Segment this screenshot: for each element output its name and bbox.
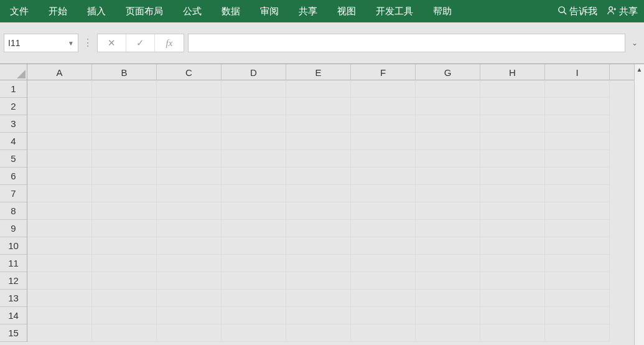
row-header[interactable]: 7 <box>0 185 27 202</box>
row-header[interactable]: 8 <box>0 202 27 220</box>
tell-me-search[interactable]: 告诉我 <box>554 0 601 22</box>
search-icon <box>558 6 567 17</box>
ribbon-tab-dev[interactable]: 开发工具 <box>366 0 423 22</box>
column-header[interactable]: C <box>157 64 222 80</box>
ribbon-tab-formula[interactable]: 公式 <box>173 0 212 22</box>
cell-grid[interactable] <box>27 80 634 345</box>
row-header[interactable]: 13 <box>0 290 27 307</box>
column-header[interactable]: B <box>92 64 157 80</box>
column-header[interactable]: H <box>480 64 545 80</box>
name-box[interactable]: I11 ▼ <box>4 34 78 52</box>
select-all-triangle-icon <box>16 69 27 80</box>
row-header[interactable]: 15 <box>0 324 27 342</box>
tell-me-label: 告诉我 <box>569 6 597 17</box>
ribbon-tab-insert[interactable]: 插入 <box>77 0 116 22</box>
column-header[interactable]: A <box>27 64 92 80</box>
ribbon: 文件 开始 插入 页面布局 公式 数据 审阅 共享 视图 开发工具 帮助 告诉我… <box>0 0 644 22</box>
row-header[interactable]: 11 <box>0 255 27 272</box>
name-box-value: I11 <box>8 38 20 48</box>
svg-marker-5 <box>17 70 26 78</box>
share-button[interactable]: 共享 <box>601 0 644 22</box>
enter-button[interactable]: ✓ <box>126 34 155 52</box>
row-header[interactable]: 12 <box>0 272 27 290</box>
row-headers: 1 2 3 4 5 6 7 8 9 10 11 12 13 14 15 <box>0 80 27 342</box>
formula-bar: I11 ▼ ⋮ ✕ ✓ fx ⌄ <box>0 22 644 64</box>
share-icon <box>607 6 617 17</box>
ribbon-tab-home[interactable]: 开始 <box>39 0 77 22</box>
svg-point-0 <box>559 7 564 12</box>
row-header[interactable]: 4 <box>0 133 27 150</box>
chevron-down-icon: ⌄ <box>632 39 638 47</box>
column-header[interactable]: I <box>545 64 610 80</box>
column-header[interactable]: F <box>351 64 416 80</box>
row-header[interactable]: 5 <box>0 150 27 168</box>
formula-input[interactable] <box>188 34 625 52</box>
cancel-icon: ✕ <box>108 37 116 49</box>
column-header[interactable]: G <box>416 64 480 80</box>
svg-line-1 <box>564 12 566 14</box>
svg-point-2 <box>609 7 613 11</box>
select-all-corner[interactable] <box>0 64 27 80</box>
ribbon-tab-review[interactable]: 审阅 <box>250 0 289 22</box>
ribbon-tab-data[interactable]: 数据 <box>212 0 250 22</box>
row-header[interactable]: 9 <box>0 220 27 237</box>
column-header[interactable]: D <box>222 64 286 80</box>
vertical-scrollbar[interactable]: ▲ <box>634 64 644 345</box>
name-box-dropdown-icon[interactable]: ▼ <box>68 40 74 47</box>
cancel-button[interactable]: ✕ <box>98 34 126 52</box>
column-headers: A B C D E F G H I <box>27 64 634 80</box>
row-header[interactable]: 3 <box>0 115 27 133</box>
share-label: 共享 <box>619 6 638 17</box>
formula-bar-expand-button[interactable]: ⌄ <box>629 39 640 47</box>
row-header[interactable]: 6 <box>0 168 27 185</box>
ribbon-tab-layout[interactable]: 页面布局 <box>116 0 173 22</box>
fx-icon: fx <box>166 38 173 49</box>
insert-function-button[interactable]: fx <box>155 34 184 52</box>
column-header[interactable]: E <box>286 64 351 80</box>
row-header[interactable]: 1 <box>0 80 27 98</box>
ribbon-tab-share[interactable]: 共享 <box>289 0 327 22</box>
ribbon-tab-file[interactable]: 文件 <box>0 0 39 22</box>
check-icon: ✓ <box>136 37 144 49</box>
separator-icon: ⋮ <box>82 38 93 48</box>
ribbon-tab-help[interactable]: 帮助 <box>423 0 462 22</box>
row-header[interactable]: 2 <box>0 98 27 115</box>
row-header[interactable]: 14 <box>0 307 27 324</box>
formula-buttons: ✕ ✓ fx <box>97 34 184 52</box>
ribbon-tab-view[interactable]: 视图 <box>327 0 366 22</box>
spreadsheet: A B C D E F G H I 1 2 3 4 5 6 7 8 9 10 1… <box>0 64 644 345</box>
row-header[interactable]: 10 <box>0 237 27 255</box>
scroll-up-icon[interactable]: ▲ <box>635 64 644 74</box>
